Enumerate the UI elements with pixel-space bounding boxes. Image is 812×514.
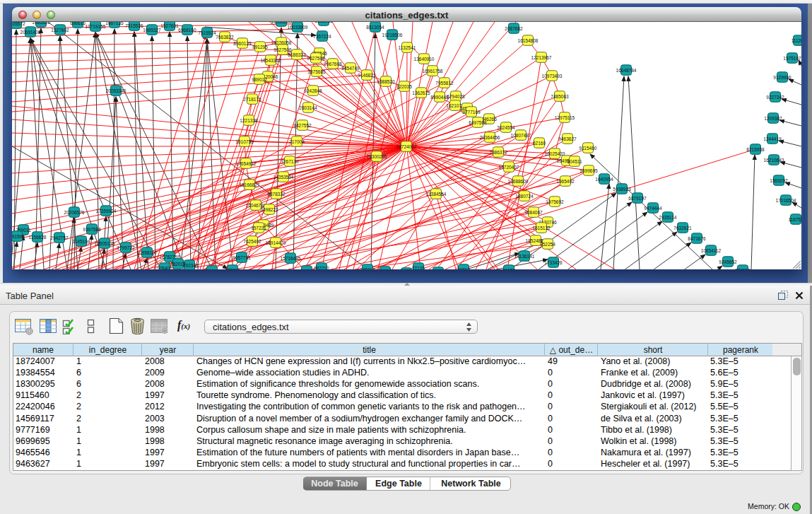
svg-text:116753: 116753 <box>788 217 801 222</box>
svg-text:8186323: 8186323 <box>288 52 306 57</box>
svg-text:1880724: 1880724 <box>515 194 534 199</box>
svg-text:10958107: 10958107 <box>137 250 158 255</box>
svg-text:9397588: 9397588 <box>83 227 101 232</box>
svg-text:696616: 696616 <box>70 22 86 25</box>
svg-text:348112: 348112 <box>360 267 375 270</box>
svg-text:3267130: 3267130 <box>281 159 299 164</box>
svg-text:1065326: 1065326 <box>32 22 50 25</box>
svg-text:20691406: 20691406 <box>20 30 41 35</box>
svg-text:1965492: 1965492 <box>556 179 575 184</box>
svg-text:9474444: 9474444 <box>644 206 662 211</box>
svg-text:1569297: 1569297 <box>770 178 788 183</box>
svg-text:16543362: 16543362 <box>261 58 281 63</box>
svg-text:17359924: 17359924 <box>96 209 117 214</box>
svg-text:7485063: 7485063 <box>551 94 569 99</box>
svg-text:13640910: 13640910 <box>414 57 435 62</box>
svg-text:822035: 822035 <box>396 84 412 89</box>
svg-text:10025433: 10025433 <box>545 151 565 156</box>
svg-text:887210: 887210 <box>314 266 329 270</box>
svg-text:8427552: 8427552 <box>293 123 312 128</box>
svg-text:1575107: 1575107 <box>783 56 801 61</box>
svg-text:1640954: 1640954 <box>595 177 613 182</box>
svg-text:1132541: 1132541 <box>399 45 416 50</box>
svg-text:8960123: 8960123 <box>233 41 252 46</box>
svg-text:16210643: 16210643 <box>764 158 784 163</box>
svg-text:9245652: 9245652 <box>719 259 737 264</box>
svg-text:1065327: 1065327 <box>143 28 161 33</box>
svg-text:9084067: 9084067 <box>524 210 543 215</box>
svg-text:1010755: 1010755 <box>235 139 254 144</box>
svg-text:18300295: 18300295 <box>367 154 387 159</box>
svg-text:20364456: 20364456 <box>480 135 500 140</box>
svg-text:252254: 252254 <box>540 242 555 247</box>
svg-text:20206576: 20206576 <box>64 210 85 215</box>
svg-text:12213967: 12213967 <box>531 55 552 60</box>
svg-text:382017: 382017 <box>170 262 186 267</box>
svg-text:7625402: 7625402 <box>243 239 261 244</box>
svg-text:16961758: 16961758 <box>423 69 443 74</box>
svg-text:15720407: 15720407 <box>499 165 519 170</box>
svg-text:19384554: 19384554 <box>426 192 447 197</box>
svg-text:15166827: 15166827 <box>240 182 260 187</box>
svg-text:102983: 102983 <box>204 269 220 270</box>
svg-text:99812: 99812 <box>457 267 470 270</box>
svg-text:8878332: 8878332 <box>267 192 286 197</box>
svg-text:8813054: 8813054 <box>366 25 384 30</box>
svg-text:7955812: 7955812 <box>435 81 454 86</box>
svg-text:90122: 90122 <box>379 269 392 270</box>
svg-text:3875685: 3875685 <box>307 69 326 74</box>
svg-text:7357224: 7357224 <box>313 34 331 39</box>
svg-text:6879197: 6879197 <box>628 196 647 201</box>
svg-text:1795722: 1795722 <box>117 245 135 250</box>
svg-text:772301: 772301 <box>225 268 240 270</box>
svg-text:66120: 66120 <box>502 268 515 270</box>
svg-text:228511: 228511 <box>299 269 314 270</box>
svg-text:9657791: 9657791 <box>233 255 251 260</box>
svg-text:14136141: 14136141 <box>514 254 535 259</box>
svg-text:19218506: 19218506 <box>382 33 403 37</box>
svg-text:9527506: 9527506 <box>273 47 292 52</box>
svg-text:7386372: 7386372 <box>489 150 507 155</box>
svg-text:3624554: 3624554 <box>497 125 515 130</box>
svg-text:1209387: 1209387 <box>764 116 782 121</box>
svg-text:10654112: 10654112 <box>701 248 722 253</box>
svg-text:8813055: 8813055 <box>314 22 333 23</box>
svg-text:10973493: 10973493 <box>542 74 563 78</box>
svg-text:9527508: 9527508 <box>307 56 325 61</box>
svg-text:14353594: 14353594 <box>273 175 294 180</box>
svg-text:6497568: 6497568 <box>469 120 487 125</box>
svg-text:5938923: 5938923 <box>613 187 631 192</box>
svg-text:8454749: 8454749 <box>341 66 360 71</box>
svg-text:12975115: 12975115 <box>555 115 575 120</box>
svg-text:1362615: 1362615 <box>412 90 430 95</box>
svg-text:217004: 217004 <box>289 139 305 144</box>
svg-text:20053346: 20053346 <box>106 88 126 93</box>
svg-text:10719155: 10719155 <box>86 24 106 29</box>
svg-text:9146821: 9146821 <box>358 73 376 78</box>
svg-text:904511: 904511 <box>567 159 582 164</box>
svg-text:18724007: 18724007 <box>396 144 417 149</box>
svg-text:2087682: 2087682 <box>505 26 523 31</box>
svg-text:1615132: 1615132 <box>532 226 551 230</box>
svg-text:9115460: 9115460 <box>579 146 597 151</box>
svg-text:15716485: 15716485 <box>281 256 301 261</box>
svg-text:16033809: 16033809 <box>288 25 308 30</box>
svg-text:6966160: 6966160 <box>178 28 196 33</box>
svg-text:1975692: 1975692 <box>546 199 564 204</box>
svg-text:1244419: 1244419 <box>763 136 782 141</box>
svg-text:2967608: 2967608 <box>324 62 342 66</box>
svg-text:77120: 77120 <box>412 266 425 270</box>
svg-text:1588520: 1588520 <box>377 79 395 84</box>
svg-text:16154808: 16154808 <box>518 38 539 43</box>
svg-text:1221338: 1221338 <box>240 118 258 123</box>
svg-text:1527602: 1527602 <box>51 28 69 33</box>
svg-text:891295: 891295 <box>252 45 268 49</box>
svg-text:989012: 989012 <box>252 77 267 82</box>
svg-text:9242848: 9242848 <box>304 88 322 93</box>
svg-text:8471676: 8471676 <box>688 236 706 241</box>
svg-text:7632621: 7632621 <box>673 226 692 230</box>
svg-text:2942757: 2942757 <box>50 235 69 240</box>
svg-text:6794028: 6794028 <box>447 94 465 99</box>
svg-text:1733426: 1733426 <box>544 260 563 265</box>
svg-text:2405572: 2405572 <box>12 22 25 26</box>
